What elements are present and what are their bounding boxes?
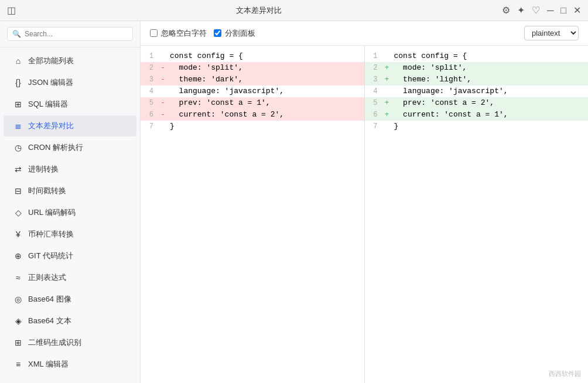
sidebar: 🔍 ⌂全部功能列表{}JSON 编辑器⊞SQL 编辑器≣文本差异对比◷CRON …: [0, 21, 141, 383]
sidebar-icon-json: {}: [13, 78, 23, 87]
sidebar-icon-diff: ≣: [13, 121, 23, 131]
sidebar-item-diff[interactable]: ≣文本差异对比: [4, 115, 136, 136]
sidebar-label-diff: 文本差异对比: [28, 121, 74, 131]
line-number: 5: [365, 97, 382, 109]
sidebar-item-qrcode[interactable]: ⊞二维码生成识别: [4, 332, 136, 353]
language-select[interactable]: plaintextjavascriptjsonxml: [524, 26, 579, 40]
sidebar-icon-base64img: ◎: [13, 295, 23, 304]
sidebar-icon-cron: ◷: [13, 143, 23, 152]
line-gutter: -: [158, 109, 167, 121]
sidebar-item-base[interactable]: ⇄进制转换: [4, 159, 136, 180]
line-number: 5: [141, 97, 158, 109]
main-area: 🔍 ⌂全部功能列表{}JSON 编辑器⊞SQL 编辑器≣文本差异对比◷CRON …: [0, 21, 588, 383]
settings-icon[interactable]: ⚙: [502, 6, 510, 15]
diff-line: 4 language: 'javascript',: [141, 86, 364, 97]
line-content: }: [392, 121, 589, 132]
search-input[interactable]: [25, 30, 128, 38]
sidebar-item-json[interactable]: {}JSON 编辑器: [4, 72, 136, 93]
sidebar-icon-time: ⊟: [13, 186, 23, 196]
search-wrap: 🔍: [7, 27, 133, 41]
line-content: mode: 'split',: [392, 62, 589, 74]
sidebar-label-xml: XML 编辑器: [28, 359, 69, 370]
diff-panel-left[interactable]: 1const config = {2- mode: 'split',3- the…: [141, 46, 365, 383]
close-button[interactable]: ✕: [573, 6, 581, 15]
line-gutter: [158, 50, 167, 62]
line-content: current: 'const a = 2',: [167, 109, 364, 121]
line-gutter: [382, 50, 392, 62]
sidebar-icon-regex: ≈: [13, 273, 23, 282]
sidebar-item-cron[interactable]: ◷CRON 解析执行: [4, 137, 136, 158]
titlebar-right: ⚙ ✦ ♡ ─ □ ✕: [502, 6, 581, 15]
line-gutter: [382, 121, 392, 132]
diff-line: 1const config = {: [365, 50, 589, 62]
line-gutter: -: [158, 74, 167, 86]
line-content: theme: 'dark',: [167, 74, 364, 86]
layout-icon[interactable]: ◫: [7, 6, 16, 15]
line-content: prev: 'const a = 1',: [167, 97, 364, 109]
sidebar-item-xml[interactable]: ≡XML 编辑器: [4, 354, 136, 375]
sidebar-item-all[interactable]: ⌂全部功能列表: [4, 50, 136, 71]
sidebar-item-sql[interactable]: ⊞SQL 编辑器: [4, 94, 136, 115]
sidebar-label-git: GIT 代码统计: [28, 251, 73, 261]
line-number: 7: [141, 121, 158, 132]
line-gutter: -: [158, 62, 167, 74]
sidebar-icon-sql: ⊞: [13, 100, 23, 109]
sidebar-label-all: 全部功能列表: [28, 56, 74, 66]
sidebar-nav: ⌂全部功能列表{}JSON 编辑器⊞SQL 编辑器≣文本差异对比◷CRON 解析…: [0, 47, 140, 383]
sidebar-label-json: JSON 编辑器: [28, 77, 73, 88]
sidebar-item-git[interactable]: ⊕GIT 代码统计: [4, 245, 136, 266]
line-number: 6: [365, 109, 382, 121]
sidebar-icon-url: ◇: [13, 208, 23, 217]
sidebar-item-base64txt[interactable]: ◈Base64 文本: [4, 310, 136, 331]
line-gutter: +: [382, 109, 392, 121]
line-gutter: [158, 121, 167, 132]
sidebar-item-base64img[interactable]: ◎Base64 图像: [4, 289, 136, 310]
line-number: 2: [365, 62, 382, 74]
line-content: current: 'const a = 1',: [392, 109, 589, 121]
diff-line: 2+ mode: 'split',: [365, 62, 589, 74]
sidebar-item-url[interactable]: ◇URL 编码解码: [4, 202, 136, 223]
ignore-whitespace-group: 忽略空白字符: [150, 28, 207, 39]
split-panel-label: 分割面板: [225, 28, 255, 39]
diff-line: 3- theme: 'dark',: [141, 74, 364, 86]
sidebar-icon-git: ⊕: [13, 251, 23, 261]
ignore-whitespace-checkbox[interactable]: [150, 29, 158, 37]
theme-icon[interactable]: ✦: [517, 6, 525, 15]
line-gutter: +: [382, 74, 392, 86]
line-content: theme: 'light',: [392, 74, 589, 86]
toolbar: 忽略空白字符 分割面板 plaintextjavascriptjsonxml: [141, 21, 588, 46]
line-content: mode: 'split',: [167, 62, 364, 74]
line-number: 3: [365, 74, 382, 86]
line-number: 6: [141, 109, 158, 121]
sidebar-item-currency[interactable]: ¥币种汇率转换: [4, 224, 136, 245]
line-number: 4: [141, 86, 158, 97]
line-number: 4: [365, 86, 382, 97]
diff-line: 2- mode: 'split',: [141, 62, 364, 74]
line-number: 3: [141, 74, 158, 86]
diff-line: 5- prev: 'const a = 1',: [141, 97, 364, 109]
diff-line: 7}: [141, 121, 364, 132]
sidebar-icon-qrcode: ⊞: [13, 338, 23, 347]
line-number: 1: [365, 50, 382, 62]
maximize-button[interactable]: □: [560, 6, 566, 15]
sidebar-icon-all: ⌂: [13, 56, 23, 66]
sidebar-item-regex[interactable]: ≈正则表达式: [4, 267, 136, 288]
sidebar-icon-currency: ¥: [13, 230, 23, 239]
sidebar-label-cron: CRON 解析执行: [28, 142, 83, 153]
titlebar-left: ◫: [7, 6, 16, 15]
diff-line: 1const config = {: [141, 50, 364, 62]
sidebar-item-time[interactable]: ⊟时间戳转换: [4, 180, 136, 201]
line-number: 1: [141, 50, 158, 62]
sidebar-label-qrcode: 二维码生成识别: [28, 337, 81, 348]
sidebar-label-base64txt: Base64 文本: [28, 316, 71, 326]
line-number: 2: [141, 62, 158, 74]
diff-panel-right[interactable]: 1const config = {2+ mode: 'split',3+ the…: [365, 46, 589, 383]
line-content: prev: 'const a = 2',: [392, 97, 589, 109]
line-gutter: +: [382, 62, 392, 74]
pin-icon[interactable]: ♡: [532, 6, 540, 15]
search-box: 🔍: [0, 21, 140, 47]
diff-line: 6+ current: 'const a = 1',: [365, 109, 589, 121]
split-panel-checkbox[interactable]: [214, 29, 221, 37]
minimize-button[interactable]: ─: [547, 6, 553, 15]
sidebar-icon-base: ⇄: [13, 165, 23, 174]
